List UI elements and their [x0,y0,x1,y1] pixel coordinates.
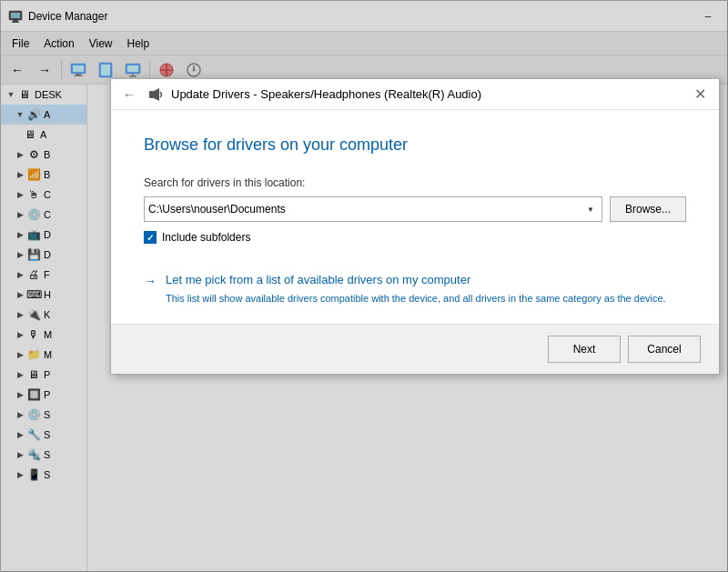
path-field-row: ▼ Browse... [144,196,686,222]
dialog-back-button[interactable]: ← [118,84,140,105]
include-subfolders-label: Include subfolders [162,231,250,244]
browse-button[interactable]: Browse... [610,196,686,222]
pick-driver-link[interactable]: Let me pick from a list of available dri… [166,273,666,286]
svg-marker-21 [154,88,159,101]
cancel-button[interactable]: Cancel [628,336,701,363]
include-subfolders-row: Include subfolders [144,231,686,244]
dialog-speaker-icon [147,86,164,103]
include-subfolders-checkbox[interactable] [144,231,157,244]
dialog-footer: Next Cancel [111,324,719,374]
pick-driver-link-section: → Let me pick from a list of available d… [144,273,686,306]
path-input-wrapper[interactable]: ▼ [144,196,602,222]
dialog-close-button[interactable]: ✕ [688,85,712,105]
link-arrow-icon: → [144,274,157,288]
svg-rect-20 [149,91,154,98]
dialog-title-bar: ← Update Drivers - Speakers/Headphones (… [111,79,719,110]
dropdown-arrow-icon[interactable]: ▼ [583,197,598,221]
dialog-body: Browse for drivers on your computer Sear… [111,110,719,324]
path-input[interactable] [148,203,583,216]
update-drivers-dialog: ← Update Drivers - Speakers/Headphones (… [110,78,720,375]
next-button[interactable]: Next [548,336,621,363]
dialog-title-text: Update Drivers - Speakers/Headphones (Re… [171,87,688,101]
link-description: This list will show available drivers co… [166,292,666,306]
field-label: Search for drivers in this location: [144,176,686,189]
dialog-overlay: ← Update Drivers - Speakers/Headphones (… [1,1,728,572]
link-content: Let me pick from a list of available dri… [166,273,666,306]
dialog-heading: Browse for drivers on your computer [144,135,686,155]
device-manager-window: Device Manager – File Action View Help ←… [0,0,728,572]
